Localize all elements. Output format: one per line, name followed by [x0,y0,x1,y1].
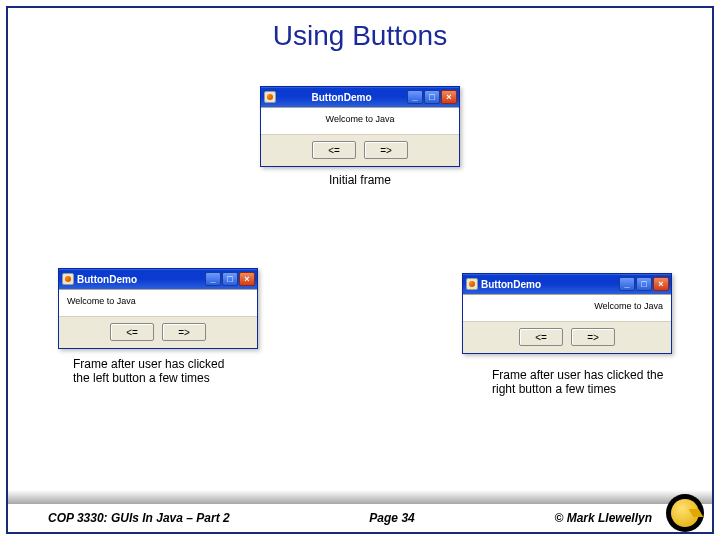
window-controls: _ □ × [205,272,255,286]
close-button[interactable]: × [441,90,457,104]
right-arrow-button[interactable]: => [571,328,615,346]
button-row: <= => [261,134,459,166]
window-title: ButtonDemo [77,274,202,285]
close-button[interactable]: × [239,272,255,286]
message-label: Welcome to Java [59,296,257,306]
close-button[interactable]: × [653,277,669,291]
java-app-icon [466,278,478,290]
titlebar: ButtonDemo _ □ × [261,87,459,107]
window-right: ButtonDemo _ □ × Welcome to Java <= => [462,273,672,354]
message-label: Welcome to Java [261,114,459,124]
maximize-button[interactable]: □ [424,90,440,104]
maximize-button[interactable]: □ [636,277,652,291]
footer-bar: COP 3330: GUIs In Java – Part 2 Page 34 … [8,504,712,532]
window-left: ButtonDemo _ □ × Welcome to Java <= => [58,268,258,349]
left-arrow-button[interactable]: <= [312,141,356,159]
footer-page: Page 34 [230,511,555,525]
caption-top: Initial frame [260,173,460,187]
demo-left: ButtonDemo _ □ × Welcome to Java <= => F… [58,268,258,385]
button-row: <= => [463,321,671,353]
footer-gradient [8,490,712,504]
maximize-button[interactable]: □ [222,272,238,286]
window-title: ButtonDemo [481,279,616,290]
window-content: Welcome to Java [59,289,257,316]
left-arrow-button[interactable]: <= [110,323,154,341]
minimize-button[interactable]: _ [407,90,423,104]
java-app-icon [264,91,276,103]
caption-left: Frame after user has clicked the left bu… [73,357,243,385]
ucf-logo-icon [666,494,704,532]
titlebar: ButtonDemo _ □ × [59,269,257,289]
window-controls: _ □ × [619,277,669,291]
demo-right: ButtonDemo _ □ × Welcome to Java <= => F… [462,273,672,396]
right-arrow-button[interactable]: => [162,323,206,341]
caption-right: Frame after user has clicked the right b… [492,368,672,396]
titlebar: ButtonDemo _ □ × [463,274,671,294]
window-content: Welcome to Java [261,107,459,134]
slide-footer: COP 3330: GUIs In Java – Part 2 Page 34 … [8,496,712,532]
minimize-button[interactable]: _ [619,277,635,291]
java-app-icon [62,273,74,285]
footer-course: COP 3330: GUIs In Java – Part 2 [8,511,230,525]
button-row: <= => [59,316,257,348]
slide-title: Using Buttons [8,20,712,52]
window-title: ButtonDemo [279,92,404,103]
minimize-button[interactable]: _ [205,272,221,286]
slide-frame: Using Buttons ButtonDemo _ □ × Welcome t… [6,6,714,534]
window-top: ButtonDemo _ □ × Welcome to Java <= => [260,86,460,167]
window-controls: _ □ × [407,90,457,104]
left-arrow-button[interactable]: <= [519,328,563,346]
right-arrow-button[interactable]: => [364,141,408,159]
message-label: Welcome to Java [463,301,671,311]
window-content: Welcome to Java [463,294,671,321]
demo-top: ButtonDemo _ □ × Welcome to Java <= => I… [260,86,460,187]
